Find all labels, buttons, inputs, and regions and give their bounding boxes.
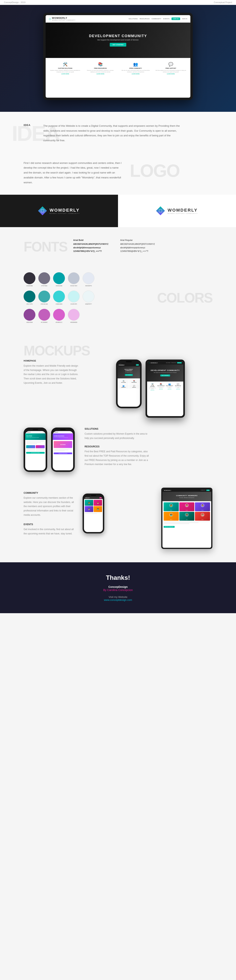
community-description: Explore our community members section of…: [24, 496, 75, 517]
feature-custom-solutions: 🛠️ CUSTOM SOLUTIONS Explore custom solut…: [50, 62, 81, 75]
arial-regular-uppercase: ABCDEFGHIJKLMNOPQRSTUVWXYZ: [120, 242, 155, 246]
community-title: COMMUNITY: [24, 492, 75, 494]
solutions-title: SOLUTIONS: [85, 428, 212, 430]
phone-resources-screen: WOMDERLY ◇ WOMEN RESOURCES Find the best…: [53, 431, 73, 470]
site-hero-subtitle: We Support the Development and Growth of…: [89, 39, 147, 41]
mockups-inner: HOMEPAGE Explore the modern and Mobile F…: [24, 360, 212, 418]
feature-link-1[interactable]: LEARN MORE: [50, 73, 81, 75]
community-events-text: COMMUNITY Explore our community members …: [24, 488, 75, 536]
feature-title-4: FREE SUPPORT: [155, 68, 187, 69]
homepage-title: HOMEPAGE: [24, 360, 79, 362]
nav-signin[interactable]: SIGN IN: [182, 18, 187, 19]
open-community-icon: 👥: [120, 62, 151, 67]
fonts-section: FONTS Arial Bold ABCDEFGHIJKLMNOPQRSTUVW…: [0, 227, 236, 266]
mockups-bg-label: MOCKUPS: [24, 343, 212, 359]
mockups-right: WOMDERLY JOIN DEVELOPMENT COMMUNITY We S…: [89, 360, 212, 418]
fonts-content: FONTS Arial Bold ABCDEFGHIJKLMNOPQRSTUVW…: [24, 239, 212, 255]
events-title: EVENTS: [24, 523, 75, 526]
site-logo-name: WOMDERLY: [52, 17, 75, 19]
phone-screen-1: WOMDERLY JOIN DEVELOPMENT COMMUNITY We S…: [118, 363, 140, 407]
colors-section: #33303B #757083 #00A2A8 #C0C7D4 #E4E9F3: [0, 266, 236, 335]
phone-mockup-1: WOMDERLY JOIN DEVELOPMENT COMMUNITY We S…: [116, 360, 142, 408]
events-desc: EVENTS Get involved in the community, fi…: [24, 523, 75, 536]
phones-solutions-section: WOMDERLY ◇ SOLUTIONS Custom solutions by…: [0, 422, 236, 482]
thanks-author: By Carolina Concepcion: [8, 589, 228, 592]
phone-solutions-screen: WOMDERLY ◇ SOLUTIONS Custom solutions by…: [25, 431, 46, 470]
mockups-left: HOMEPAGE Explore the modern and Mobile F…: [24, 360, 79, 385]
nav-events[interactable]: EVENTS: [163, 18, 169, 20]
nav-join-btn[interactable]: JOIN US: [172, 18, 180, 20]
nav-resources[interactable]: RESOURCES: [140, 18, 150, 20]
nav-community[interactable]: COMMUNITY: [151, 18, 161, 20]
color-item-14: #EEB6EB: [68, 309, 80, 323]
colors-swatches: #33303B #757083 #00A2A8 #C0C7D4 #E4E9F3: [24, 272, 151, 323]
solutions-desc: SOLUTIONS Custom solutions provided by W…: [85, 428, 212, 440]
phone-community-screen: COMMUNITY JOIN 👩 👩‍💼 👩‍🎨: [84, 497, 103, 532]
logo-text-content: First I did some research about women su…: [24, 161, 212, 185]
color-item-5: #E4E9F3: [83, 272, 94, 286]
tablet-screen-hero: ◇ WOMDERLY SOLUTIONS RESOURCES JOIN US D…: [147, 361, 183, 416]
feature-link-2[interactable]: LEARN MORE: [85, 73, 116, 75]
font-arial-bold: Arial Bold ABCDEFGHIJKLMNOPQRSTUVWXYZ ab…: [73, 239, 108, 253]
custom-solutions-icon: 🛠️: [50, 62, 81, 67]
feature-text-3: We are an open community where you can f…: [120, 70, 151, 73]
community-mockups: COMMUNITY JOIN 👩 👩‍💼 👩‍🎨: [83, 488, 212, 550]
idea-label: IDEA: [24, 124, 35, 127]
solutions-resources-text: SOLUTIONS Custom solutions provided by W…: [81, 428, 212, 467]
homepage-description: Explore the modern and Mobile Friendly w…: [24, 364, 79, 385]
color-item-10: #EBF5F7: [83, 291, 94, 305]
thanks-company: ConcepDesign: [8, 585, 228, 589]
tablet-mockup-hero: ◇ WOMDERLY SOLUTIONS RESOURCES JOIN US D…: [145, 360, 185, 418]
nav-solutions[interactable]: SOLUTIONS: [129, 18, 138, 20]
phones-left-group: WOMDERLY ◇ SOLUTIONS Custom solutions by…: [24, 428, 75, 472]
color-item-1: #33303B: [24, 272, 35, 286]
logo-bg-label: LOGO: [130, 161, 180, 181]
events-description: Get involved in the community, find out …: [24, 527, 75, 536]
community-events-section: COMMUNITY Explore our community members …: [0, 482, 236, 562]
light-logo-name: WOMDERLY: [167, 208, 198, 213]
solutions-description: Custom solutions provided by Women Exper…: [85, 432, 151, 440]
tablet-frame: ◇ WOMDERLY WOMEN SUPPORT COMMUNITY SOLUT…: [43, 13, 193, 100]
color-item-8: #38D4D6: [53, 291, 65, 305]
resources-description: Find the Best FREE and Paid Resources by…: [85, 450, 151, 466]
mockups-section: MOCKUPS HOMEPAGE Explore the modern and …: [0, 335, 236, 422]
dark-logo-tagline: WOMEN SUPPORT COMMUNITY: [49, 213, 80, 214]
site-nav: ◇ WOMDERLY WOMEN SUPPORT COMMUNITY SOLUT…: [46, 15, 190, 22]
hero-mockup-wrapper: ◇ WOMDERLY WOMEN SUPPORT COMMUNITY SOLUT…: [43, 13, 193, 100]
logo-text-section: First I did some research about women su…: [0, 155, 236, 195]
thanks-visit-label: Visit my Website: [8, 595, 228, 598]
hero-section: ◇ WOMDERLY WOMEN SUPPORT COMMUNITY SOLUT…: [0, 5, 236, 112]
idea-section: IDEA IDEA The purpose of this Website is…: [0, 112, 236, 155]
thanks-title: Thanks!: [8, 574, 228, 581]
light-logo-tagline: WOMEN SUPPORT COMMUNITY: [167, 213, 198, 214]
color-item-7: #3CACAE: [38, 291, 50, 305]
colors-row2: #017476 #3CACAE #38D4D6 #C8F4F5 #EBF5F7: [24, 291, 151, 305]
fonts-bg-label: FONTS: [24, 239, 67, 255]
tablet-community-screen: WOMDERLY COMMUNITY JOIN COMMUNITY MEMBER…: [163, 489, 211, 548]
site-logo-tagline: WOMEN SUPPORT COMMUNITY: [52, 19, 75, 21]
phone-resources-mockup: WOMDERLY ◇ WOMEN RESOURCES Find the best…: [51, 428, 75, 472]
color-item-6: #017476: [24, 291, 35, 305]
color-item-9: #C8F4F5: [68, 291, 80, 305]
logo-light-version: WOMDERLY WOMEN SUPPORT COMMUNITY: [118, 195, 236, 227]
site-hero-content: DEVELOPMENT COMMUNITY We Support the Dev…: [89, 34, 147, 46]
feature-open-community: 👥 OPEN COMMUNITY We are an open communit…: [120, 62, 151, 75]
thanks-website[interactable]: www.conceptdesign.com: [8, 598, 228, 601]
site-features: 🛠️ CUSTOM SOLUTIONS Explore custom solut…: [46, 58, 190, 78]
feature-text-4: Get free support from our community memb…: [155, 70, 187, 73]
font-arial-regular: Arial Regular ABCDEFGHIJKLMNOPQRSTUVWXYZ…: [120, 239, 155, 253]
feature-link-3[interactable]: LEARN MORE: [120, 73, 151, 75]
logo-description: First I did some research about women su…: [24, 161, 122, 185]
free-resources-icon: 📚: [85, 62, 116, 67]
fonts-inner: Arial Bold ABCDEFGHIJKLMNOPQRSTUVWXYZ ab…: [73, 239, 212, 253]
logo-dark-version: WOMDERLY WOMEN SUPPORT COMMUNITY: [0, 195, 118, 227]
arial-regular-lowercase: abcdefghijklmnopqrstuvwxyz: [120, 246, 155, 250]
feature-link-4[interactable]: LEARN MORE: [155, 73, 187, 75]
logo-mark-light: WOMDERLY WOMEN SUPPORT COMMUNITY: [156, 207, 198, 215]
logo-mark-dark: WOMDERLY WOMEN SUPPORT COMMUNITY: [38, 207, 80, 215]
thanks-visit-block: Visit my Website www.conceptdesign.com: [8, 595, 228, 601]
color-item-2: #757083: [38, 272, 50, 286]
site-hero-banner: DEVELOPMENT COMMUNITY We Support the Dev…: [46, 22, 190, 58]
arial-bold-uppercase: ABCDEFGHIJKLMNOPQRSTUVWXYZ: [73, 242, 108, 246]
site-hero-cta[interactable]: GET STARTED: [110, 43, 126, 46]
